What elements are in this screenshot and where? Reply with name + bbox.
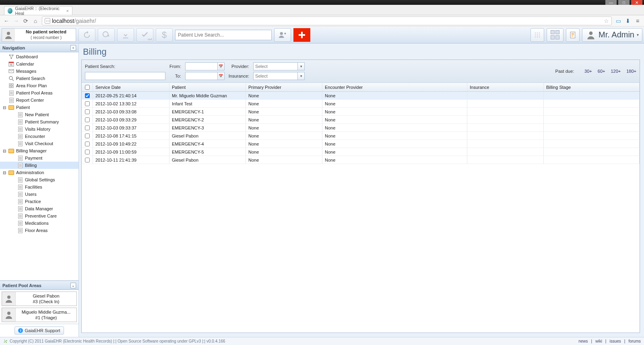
back-button[interactable]: ← (3, 18, 10, 24)
col-billing-stage[interactable]: Billing Stage (544, 83, 640, 91)
pool-header[interactable]: Patient Pool Areas ⌄ (0, 281, 78, 290)
nav-item-prevcare[interactable]: Preventive Care (0, 212, 78, 220)
dotted-grid-button[interactable] (530, 28, 544, 42)
table-row[interactable]: 2012-09-25 21:40:14Mr. Miguelo Middle Gu… (82, 92, 640, 100)
browser-tab[interactable]: GaiaEHR :: (Electronic Heal × (4, 6, 72, 15)
window-close-button[interactable]: ✕ (631, 0, 642, 5)
nav-item-users[interactable]: Users (0, 191, 78, 198)
nav-item-psummary[interactable]: Patient Summary (0, 118, 78, 125)
extension-icon[interactable]: ▭ (615, 18, 621, 24)
tab-close-icon[interactable]: × (66, 8, 69, 13)
row-checkbox[interactable] (85, 109, 90, 114)
table-row[interactable]: 2012-10-03 09:33:29EMERGENCY-2NoneNone (82, 116, 640, 124)
window-maximize-button[interactable]: □ (618, 0, 630, 5)
home-button[interactable]: ⌂ (32, 18, 39, 24)
table-row[interactable]: 2012-10-11 21:41:39Giesel PabonNoneNone (82, 156, 640, 164)
row-checkbox[interactable] (85, 133, 90, 138)
nav-item-payment[interactable]: Payment (0, 154, 78, 162)
patient-header-box[interactable]: No patient selected ( record number ) (2, 28, 76, 42)
collapse-sidebar-button[interactable]: « (70, 45, 76, 51)
forward-button[interactable]: → (13, 18, 19, 24)
col-service-date[interactable]: Service Date (93, 83, 169, 91)
support-button[interactable]: i GaiaEHR Support (14, 327, 64, 335)
notes-button[interactable] (566, 28, 580, 42)
table-row[interactable]: 2012-10-08 17:41:15Giesel PabonNoneNone (82, 132, 640, 140)
pool-card[interactable]: Miguelo Middle Guzma...#1 (Triage) (2, 308, 77, 322)
provider-select[interactable] (253, 62, 297, 70)
checkout-button[interactable]: out (136, 28, 153, 42)
past-due-option[interactable]: 60+ (598, 69, 605, 74)
pool-areas-button[interactable] (547, 28, 564, 42)
patient-live-search-input[interactable] (175, 30, 272, 40)
footer-link-issues[interactable]: issues (609, 339, 621, 343)
nav-item-calendar[interactable]: 31Calendar (0, 60, 78, 68)
new-encounter-button[interactable] (98, 28, 115, 42)
nav-item-billingm[interactable]: ⊟Billing Manager (0, 147, 78, 154)
col-encounter-provider[interactable]: Encounter Provider (322, 83, 467, 91)
select-all-checkbox[interactable] (85, 85, 90, 90)
reload-button[interactable]: ⟳ (23, 18, 29, 24)
nav-item-patient[interactable]: ⊟Patient (0, 104, 78, 111)
col-insurance[interactable]: Insurance (467, 83, 544, 91)
nav-item-poolareas[interactable]: Patient Pool Areas (0, 89, 78, 97)
nav-item-gsettings[interactable]: Global Settings (0, 176, 78, 183)
window-minimize-button[interactable]: — (605, 0, 617, 5)
nav-item-floorplan[interactable]: Area Floor Plan (0, 82, 78, 89)
table-row[interactable]: 2012-10-09 10:49:22EMERGENCY-4NoneNone (82, 140, 640, 148)
footer-link-forums[interactable]: forums (628, 339, 641, 343)
from-date-input[interactable] (185, 62, 217, 70)
provider-dropdown-button[interactable]: ▾ (297, 62, 305, 70)
menu-button[interactable]: ≡ (634, 18, 641, 24)
extension-icon-2[interactable]: ⬇ (625, 18, 631, 24)
table-row[interactable]: 2012-10-03 09:33:37EMERGENCY-3NoneNone (82, 124, 640, 132)
row-checkbox[interactable] (85, 125, 90, 130)
row-checkbox[interactable] (85, 117, 90, 122)
nav-item-billing[interactable]: Billing (0, 162, 78, 169)
history-button[interactable] (78, 28, 95, 42)
col-patient[interactable]: Patient (169, 83, 246, 91)
nav-item-meds[interactable]: Medications (0, 220, 78, 227)
pool-card[interactable]: Giesel Pabon#3 (Check In) (2, 292, 77, 306)
row-checkbox[interactable] (85, 101, 90, 106)
nav-item-encounter[interactable]: Encounter (0, 133, 78, 140)
user-menu-button[interactable]: Mr. Admin ▾ (582, 28, 642, 42)
download-button[interactable] (117, 28, 134, 42)
nav-item-dataman[interactable]: Data Manager (0, 205, 78, 212)
nav-item-vcheckout[interactable]: Visit Checkout (0, 140, 78, 147)
table-row[interactable]: 2012-10-03 09:33:08EMERGENCY-1NoneNone (82, 108, 640, 116)
past-due-option[interactable]: 30+ (584, 69, 592, 74)
nav-item-newpatient[interactable]: New Patient (0, 111, 78, 118)
bookmark-star-icon[interactable]: ☆ (604, 18, 609, 24)
past-due-option[interactable]: 180+ (626, 69, 636, 74)
footer-link-news[interactable]: news (578, 339, 588, 343)
nav-item-admin[interactable]: ⊟Administration (0, 169, 78, 176)
nav-item-messages[interactable]: Messages (0, 68, 78, 75)
nav-item-psearch[interactable]: Patient Search (0, 75, 78, 82)
patient-search-input[interactable] (85, 72, 165, 80)
nav-item-practice[interactable]: Practice (0, 198, 78, 205)
col-primary-provider[interactable]: Primary Provider (246, 83, 322, 91)
emergency-button[interactable] (293, 28, 310, 42)
table-row[interactable]: 2012-10-02 13:30:12Infant TestNoneNone (82, 100, 640, 108)
pool-collapse-button[interactable]: ⌄ (70, 283, 76, 288)
payment-button[interactable]: $ (156, 28, 173, 42)
row-checkbox[interactable] (85, 158, 90, 162)
address-bar[interactable]: ▭ localhost/gaiaehr/ ☆ (42, 16, 612, 25)
insurance-select[interactable] (253, 72, 297, 80)
nav-item-vhistory[interactable]: Visits History (0, 125, 78, 133)
footer-link-wiki[interactable]: wiki (595, 339, 602, 343)
to-date-input[interactable] (185, 72, 217, 80)
from-date-picker-button[interactable]: 📅 (217, 62, 225, 70)
nav-item-report[interactable]: Report Center (0, 97, 78, 104)
table-row[interactable]: 2012-10-09 11:00:59EMERGENCY-5NoneNone (82, 148, 640, 156)
past-due-option[interactable]: 120+ (611, 69, 621, 74)
nav-item-floorareas[interactable]: Floor Areas (0, 227, 78, 234)
nav-item-dashboard[interactable]: Dashboard (0, 53, 78, 60)
insurance-dropdown-button[interactable]: ▾ (297, 72, 305, 80)
row-checkbox[interactable] (85, 142, 90, 146)
nav-item-facilities[interactable]: Facilities (0, 183, 78, 191)
add-patient-button[interactable] (274, 28, 291, 42)
row-checkbox[interactable] (85, 150, 90, 154)
row-checkbox[interactable] (85, 93, 90, 98)
to-date-picker-button[interactable]: 📅 (217, 72, 225, 80)
